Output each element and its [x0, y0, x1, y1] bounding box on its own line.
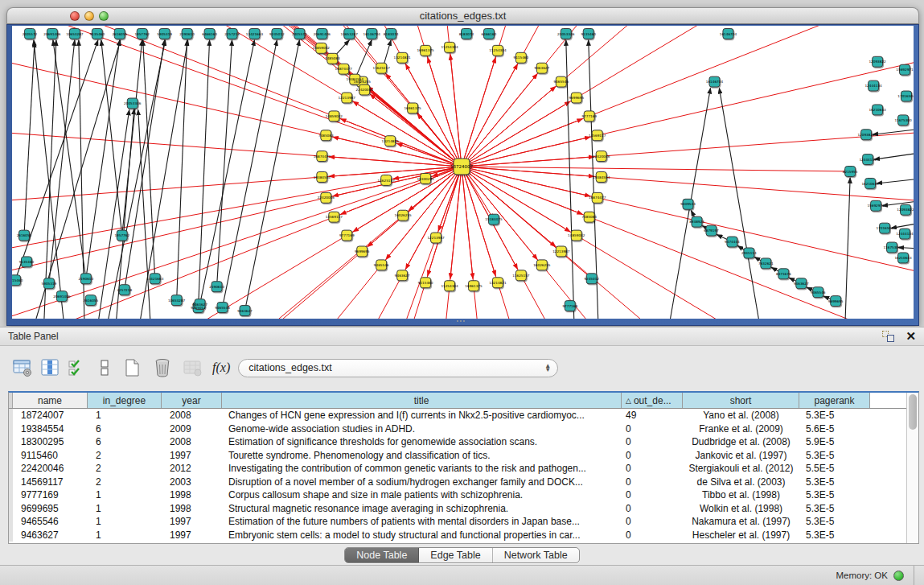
- table-cell[interactable]: 0: [622, 463, 683, 474]
- column-header-short[interactable]: short: [683, 393, 799, 408]
- table-cell[interactable]: de Silva et al. (2003): [683, 476, 799, 488]
- table-cell[interactable]: 5.3E-5: [799, 476, 870, 488]
- minimize-window-icon[interactable]: [84, 11, 94, 21]
- table-cell[interactable]: Genome-wide association studies in ADHD.: [222, 423, 622, 435]
- table-cell[interactable]: 9465546: [13, 516, 88, 527]
- table-cell[interactable]: 6: [88, 423, 162, 435]
- table-cell[interactable]: 0: [622, 529, 683, 541]
- table-mode-icon[interactable]: [11, 356, 34, 379]
- table-cell[interactable]: 5.9E-5: [799, 436, 870, 447]
- tab-node-table[interactable]: Node Table: [345, 548, 419, 562]
- close-panel-icon[interactable]: ✕: [906, 331, 916, 342]
- table-cell[interactable]: 9777169: [13, 489, 88, 501]
- select-all-icon[interactable]: [66, 356, 88, 379]
- table-cell[interactable]: 0: [622, 436, 683, 447]
- column-header-title[interactable]: title: [222, 393, 622, 408]
- table-cell[interactable]: Dudbridge et al. (2008): [683, 436, 799, 447]
- tab-network-table[interactable]: Network Table: [493, 548, 579, 562]
- column-header-year[interactable]: year: [162, 393, 222, 408]
- table-cell[interactable]: 2003: [162, 476, 222, 488]
- column-header-pagerank[interactable]: pagerank: [799, 393, 870, 408]
- table-cell[interactable]: Changes of HCN gene expression and I(f) …: [222, 410, 622, 421]
- table-cell[interactable]: 5.6E-5: [799, 423, 870, 435]
- table-cell[interactable]: 6: [88, 436, 162, 447]
- memory-ok-indicator-icon[interactable]: [893, 571, 904, 581]
- table-cell[interactable]: Franke et al. (2009): [683, 423, 799, 435]
- table-cell[interactable]: 19384554: [13, 423, 88, 435]
- citation-graph[interactable]: 2405572206914061065328791354602616055195…: [12, 26, 914, 319]
- table-cell[interactable]: 5.3E-5: [799, 450, 870, 461]
- table-cell[interactable]: 5.3E-5: [799, 516, 870, 527]
- table-row[interactable]: 946554611997Estimation of the future num…: [9, 515, 918, 529]
- table-cell[interactable]: 1998: [162, 503, 222, 514]
- table-cell[interactable]: 1: [88, 529, 162, 541]
- table-cell[interactable]: 5.3E-5: [799, 489, 870, 501]
- column-header-name[interactable]: name: [13, 393, 88, 408]
- table-cell[interactable]: 2008: [162, 410, 222, 421]
- table-cell[interactable]: Estimation of the future numbers of pati…: [222, 516, 622, 527]
- table-cell[interactable]: 5.3E-5: [799, 503, 870, 514]
- column-header-out-degree[interactable]: △ out_de...: [622, 393, 683, 408]
- show-columns-icon[interactable]: [39, 356, 61, 379]
- table-cell[interactable]: Hescheler et al. (1997): [683, 529, 799, 541]
- table-cell[interactable]: 0: [622, 503, 683, 514]
- table-cell[interactable]: 2: [88, 450, 162, 461]
- column-header-in-degree[interactable]: in_degree: [88, 393, 162, 408]
- table-cell[interactable]: 1997: [162, 450, 222, 461]
- table-select-dropdown[interactable]: citations_edges.txt ▲▼: [238, 359, 558, 377]
- table-cell[interactable]: 2012: [162, 463, 222, 474]
- float-window-icon[interactable]: [882, 331, 894, 342]
- table-cell[interactable]: 18300295: [13, 436, 88, 447]
- scrollbar-thumb[interactable]: [909, 394, 917, 430]
- table-cell[interactable]: Jankovic et al. (1997): [683, 450, 799, 461]
- table-cell[interactable]: 1: [88, 516, 162, 527]
- table-cell[interactable]: 2008: [162, 436, 222, 447]
- table-cell[interactable]: 1998: [162, 489, 222, 501]
- panel-splitter-handle[interactable]: [457, 320, 466, 324]
- table-cell[interactable]: 1997: [162, 529, 222, 541]
- table-cell[interactable]: Wolkin et al. (1998): [683, 503, 799, 514]
- table-cell[interactable]: 2: [88, 476, 162, 488]
- zoom-window-icon[interactable]: [99, 11, 109, 21]
- table-cell[interactable]: 2009: [162, 423, 222, 435]
- table-cell[interactable]: 1: [88, 503, 162, 514]
- table-row[interactable]: 969969511998Structural magnetic resonanc…: [9, 502, 918, 516]
- table-cell[interactable]: 0: [622, 476, 683, 488]
- table-row[interactable]: 946362711997Embryonic stem cells: a mode…: [9, 529, 918, 542]
- table-vertical-scrollbar[interactable]: [906, 393, 918, 543]
- table-cell[interactable]: Structural magnetic resonance image aver…: [222, 503, 622, 514]
- table-cell[interactable]: 18724007: [13, 410, 88, 421]
- table-cell[interactable]: 5.3E-5: [799, 410, 870, 421]
- table-row[interactable]: 1872400712008Changes of HCN gene express…: [9, 409, 918, 422]
- table-row[interactable]: 2242004622012Investigating the contribut…: [9, 462, 918, 476]
- network-canvas[interactable]: 2405572206914061065328791354602616055195…: [12, 26, 914, 319]
- table-cell[interactable]: 49: [622, 410, 683, 421]
- table-cell[interactable]: 1: [88, 489, 162, 501]
- table-cell[interactable]: 22420046: [13, 463, 88, 474]
- table-cell[interactable]: 0: [622, 450, 683, 461]
- unselect-all-icon[interactable]: [93, 356, 116, 379]
- table-cell[interactable]: 5.5E-5: [799, 463, 870, 474]
- table-cell[interactable]: 1997: [162, 516, 222, 527]
- delete-columns-icon[interactable]: [151, 356, 174, 379]
- table-cell[interactable]: Nakamura et al. (1997): [683, 516, 799, 527]
- table-cell[interactable]: 0: [622, 489, 683, 501]
- table-cell[interactable]: 9115460: [13, 450, 88, 461]
- table-row[interactable]: 1456911722003Disruption of a novel membe…: [9, 476, 918, 489]
- network-window-titlebar[interactable]: citations_edges.txt: [6, 7, 919, 24]
- table-cell[interactable]: Yano et al. (2008): [683, 410, 799, 421]
- new-table-icon[interactable]: [121, 356, 143, 379]
- table-cell[interactable]: 0: [622, 423, 683, 435]
- table-cell[interactable]: Corpus callosum shape and size in male p…: [222, 489, 622, 501]
- table-cell[interactable]: 14569117: [13, 476, 88, 488]
- table-row[interactable]: 1830029562008Estimation of significance …: [9, 435, 918, 449]
- table-cell[interactable]: 2: [88, 463, 162, 474]
- table-row[interactable]: 911546021997Tourette syndrome. Phenomeno…: [9, 449, 918, 463]
- table-cell[interactable]: Disruption of a novel member of a sodium…: [222, 476, 622, 488]
- table-cell[interactable]: 5.3E-5: [799, 529, 870, 541]
- table-cell[interactable]: 0: [622, 516, 683, 527]
- function-builder-icon[interactable]: f(x): [212, 360, 230, 375]
- table-row[interactable]: 977716911998Corpus callosum shape and si…: [9, 488, 918, 502]
- table-cell[interactable]: Stergiakouli et al. (2012): [683, 463, 799, 474]
- table-cell[interactable]: 9699695: [13, 503, 88, 514]
